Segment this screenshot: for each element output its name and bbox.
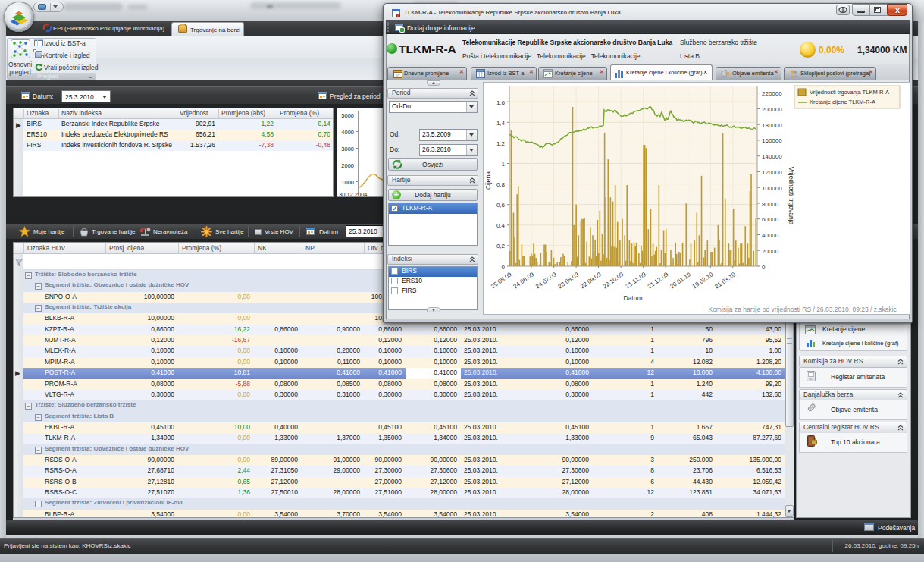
svg-text:Datum: Datum	[623, 294, 642, 302]
svg-text:0,4: 0,4	[496, 222, 506, 229]
svg-text:220000: 220000	[762, 90, 782, 97]
svg-text:25.05.09: 25.05.09	[490, 271, 513, 290]
svg-text:1,2: 1,2	[496, 140, 506, 147]
svg-text:40000: 40000	[762, 232, 779, 239]
svg-text:23.08.09: 23.08.09	[557, 271, 581, 290]
svg-text:Vrijednosti trgovanja: Vrijednosti trgovanja	[788, 167, 795, 225]
svg-text:22.09.09: 22.09.09	[579, 271, 603, 290]
svg-text:160000: 160000	[762, 137, 782, 144]
svg-text:1: 1	[502, 161, 506, 168]
svg-text:100000: 100000	[762, 185, 782, 192]
svg-text:60000: 60000	[762, 216, 779, 223]
svg-text:19.02.10: 19.02.10	[691, 271, 715, 290]
svg-text:180000: 180000	[762, 122, 782, 129]
svg-text:1,6: 1,6	[496, 99, 506, 106]
svg-text:Kretanje cijene TLKM-R-A: Kretanje cijene TLKM-R-A	[810, 99, 875, 105]
svg-text:Komisija za hartije od vrijedn: Komisija za hartije od vrijednosti RS / …	[708, 306, 897, 313]
svg-text:20000: 20000	[762, 248, 779, 255]
svg-text:24.07.09: 24.07.09	[534, 271, 558, 290]
svg-text:0,6: 0,6	[496, 202, 506, 209]
svg-text:22.10.09: 22.10.09	[602, 271, 625, 290]
svg-text:140000: 140000	[762, 153, 782, 160]
svg-text:20.01.10: 20.01.10	[669, 271, 692, 290]
svg-text:21.11.09: 21.11.09	[625, 271, 648, 290]
svg-text:0,2: 0,2	[496, 243, 506, 250]
svg-text:24.06.09: 24.06.09	[512, 271, 535, 290]
svg-text:80000: 80000	[762, 201, 779, 208]
svg-text:21.12.09: 21.12.09	[647, 271, 670, 290]
svg-text:1,4: 1,4	[496, 120, 506, 127]
svg-text:0: 0	[502, 264, 506, 271]
svg-text:Cijena: Cijena	[484, 171, 492, 190]
svg-text:200000: 200000	[762, 106, 782, 113]
svg-text:120000: 120000	[762, 169, 782, 176]
svg-text:Vrijednosti trgovanja TLKM-R-A: Vrijednosti trgovanja TLKM-R-A	[810, 89, 889, 96]
svg-text:0,8: 0,8	[496, 181, 506, 188]
svg-text:0: 0	[762, 264, 766, 271]
svg-text:21.03.10: 21.03.10	[713, 271, 737, 290]
